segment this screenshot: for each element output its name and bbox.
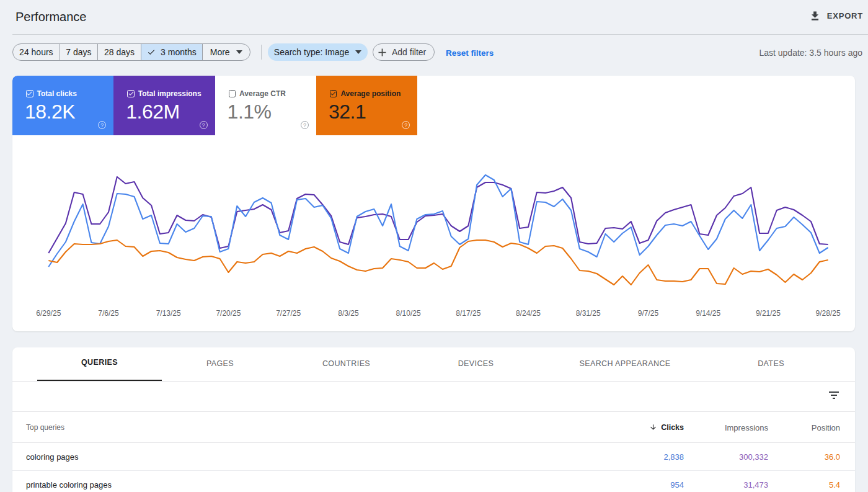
svg-text:8/17/25: 8/17/25	[456, 309, 480, 318]
svg-text:8/31/25: 8/31/25	[576, 309, 601, 318]
svg-text:6/29/25: 6/29/25	[36, 309, 61, 318]
svg-text:9/28/25: 9/28/25	[816, 309, 841, 318]
svg-text:7/13/25: 7/13/25	[156, 309, 181, 318]
svg-text:8/10/25: 8/10/25	[396, 309, 421, 318]
svg-text:8/3/25: 8/3/25	[338, 309, 359, 318]
svg-text:7/27/25: 7/27/25	[276, 309, 301, 318]
svg-text:9/21/25: 9/21/25	[756, 309, 781, 318]
svg-text:9/7/25: 9/7/25	[638, 309, 659, 318]
svg-text:8/24/25: 8/24/25	[516, 309, 541, 318]
svg-text:7/6/25: 7/6/25	[98, 309, 119, 318]
svg-text:9/14/25: 9/14/25	[696, 309, 720, 318]
svg-text:7/20/25: 7/20/25	[216, 309, 241, 318]
